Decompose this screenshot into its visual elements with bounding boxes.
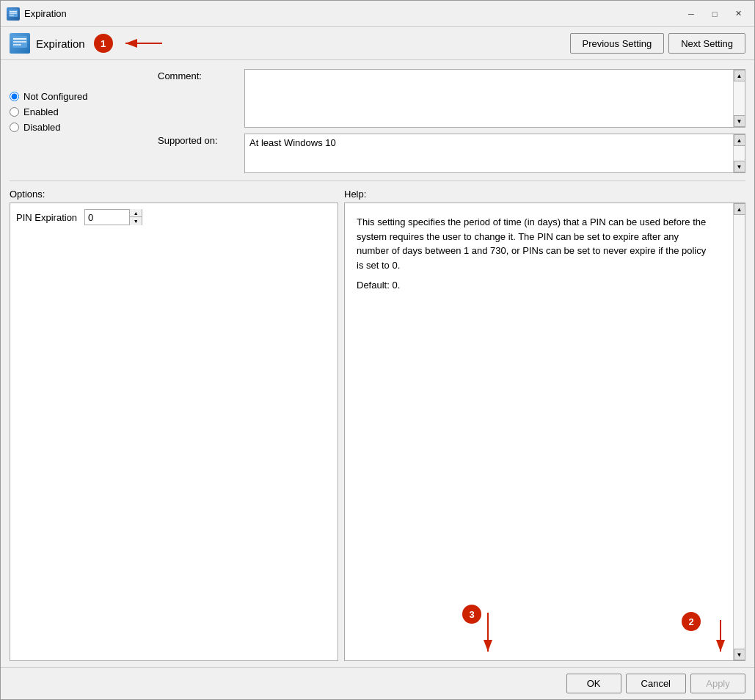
divider bbox=[10, 181, 745, 181]
annotation-arrow-1 bbox=[122, 34, 166, 52]
close-button[interactable]: ✕ bbox=[728, 6, 748, 22]
help-scroll-track bbox=[734, 215, 745, 649]
supported-row: Supported on: At least Windows 10 ▲ ▼ bbox=[158, 134, 745, 173]
options-panel: Options: PIN Expiration ▲ ▼ bbox=[10, 189, 338, 661]
enabled-option[interactable]: Enabled bbox=[10, 106, 149, 117]
not-configured-option[interactable]: Not Configured bbox=[10, 91, 149, 102]
supported-scrollbox: At least Windows 10 ▲ ▼ bbox=[244, 134, 745, 173]
comment-label: Comment: bbox=[158, 69, 238, 81]
disabled-option[interactable]: Disabled bbox=[10, 122, 149, 133]
title-bar-left: Expiration bbox=[7, 7, 67, 21]
disabled-label: Disabled bbox=[23, 122, 61, 133]
pin-expiration-row: PIN Expiration ▲ ▼ bbox=[10, 203, 338, 231]
supported-scrollbar: ▲ ▼ bbox=[733, 134, 745, 172]
previous-setting-button[interactable]: Previous Setting bbox=[570, 33, 665, 54]
help-scrollbar: ▲ ▼ bbox=[733, 203, 745, 660]
annotation-badge-1: 1 bbox=[94, 34, 113, 53]
comment-scrollbox: ▲ ▼ bbox=[244, 69, 745, 128]
radio-section: Not Configured Enabled Disabled bbox=[10, 69, 149, 173]
header-buttons: Previous Setting Next Setting bbox=[570, 33, 746, 54]
svg-rect-1 bbox=[10, 11, 17, 12]
annotation-2-wrapper: 2 bbox=[682, 612, 701, 631]
cancel-button[interactable]: Cancel bbox=[626, 674, 686, 693]
help-scroll-down[interactable]: ▼ bbox=[734, 649, 745, 660]
right-form: Comment: ▲ ▼ Supported on: bbox=[158, 69, 745, 173]
top-form: Not Configured Enabled Disabled Comment: bbox=[10, 69, 745, 173]
pin-expiration-label: PIN Expiration bbox=[16, 212, 77, 223]
comment-scroll-down[interactable]: ▼ bbox=[734, 115, 745, 127]
spin-up-arrow[interactable]: ▲ bbox=[130, 209, 142, 217]
main-content: Not Configured Enabled Disabled Comment: bbox=[1, 60, 754, 667]
supported-scroll-track bbox=[734, 146, 745, 161]
header-section: Expiration 1 Previous Setting Next Setti… bbox=[1, 27, 754, 60]
supported-scroll-up[interactable]: ▲ bbox=[734, 134, 745, 146]
maximize-button[interactable]: □ bbox=[704, 6, 725, 22]
comment-textarea[interactable] bbox=[245, 70, 732, 125]
spin-box: ▲ ▼ bbox=[84, 209, 142, 225]
pin-expiration-input[interactable] bbox=[85, 210, 129, 225]
help-box: This setting specifies the period of tim… bbox=[344, 203, 745, 661]
main-window: Expiration ─ □ ✕ Expiration 1 bbox=[0, 0, 755, 700]
svg-rect-2 bbox=[10, 12, 17, 14]
help-text: This setting specifies the period of tim… bbox=[351, 209, 729, 278]
svg-rect-6 bbox=[13, 41, 26, 43]
not-configured-radio[interactable] bbox=[10, 92, 19, 101]
comment-scrollbar: ▲ ▼ bbox=[733, 70, 745, 127]
footer: OK Cancel Apply bbox=[1, 667, 754, 699]
not-configured-label: Not Configured bbox=[23, 91, 87, 102]
enabled-label: Enabled bbox=[23, 106, 59, 117]
supported-label: Supported on: bbox=[158, 134, 238, 146]
supported-box-wrapper: At least Windows 10 ▲ ▼ bbox=[244, 134, 745, 173]
next-setting-button[interactable]: Next Setting bbox=[668, 33, 745, 54]
annotation-arrow-3 bbox=[477, 609, 514, 660]
header-left: Expiration 1 bbox=[10, 33, 166, 54]
header-title: Expiration bbox=[36, 37, 85, 50]
supported-scroll-down[interactable]: ▼ bbox=[734, 161, 745, 172]
help-default: Default: 0. bbox=[351, 278, 729, 299]
spin-down-arrow[interactable]: ▼ bbox=[130, 217, 142, 225]
svg-rect-3 bbox=[10, 15, 14, 16]
sections-row: Options: PIN Expiration ▲ ▼ bbox=[10, 189, 745, 661]
apply-button[interactable]: Apply bbox=[690, 674, 745, 693]
options-box: PIN Expiration ▲ ▼ bbox=[10, 203, 338, 661]
svg-rect-5 bbox=[13, 38, 26, 40]
options-label: Options: bbox=[10, 189, 338, 200]
comment-row: Comment: ▲ ▼ bbox=[158, 69, 745, 128]
help-scroll-up[interactable]: ▲ bbox=[734, 203, 745, 215]
window-title: Expiration bbox=[24, 8, 67, 19]
disabled-radio[interactable] bbox=[10, 123, 19, 132]
annotation-badge-2: 2 bbox=[682, 612, 701, 631]
help-label: Help: bbox=[344, 189, 745, 200]
title-bar: Expiration ─ □ ✕ bbox=[1, 1, 754, 27]
header-icon bbox=[10, 33, 30, 54]
help-content: This setting specifies the period of tim… bbox=[345, 203, 745, 305]
title-bar-controls: ─ □ ✕ bbox=[681, 6, 748, 22]
enabled-radio[interactable] bbox=[10, 107, 19, 117]
supported-value: At least Windows 10 bbox=[245, 134, 745, 151]
comment-scroll-track bbox=[734, 81, 745, 115]
minimize-button[interactable]: ─ bbox=[681, 6, 701, 22]
window-icon bbox=[7, 7, 20, 21]
spin-arrows: ▲ ▼ bbox=[129, 209, 142, 225]
annotation-badge-3: 3 bbox=[462, 605, 481, 624]
comment-scroll-up[interactable]: ▲ bbox=[734, 70, 745, 81]
comment-box-wrapper: ▲ ▼ bbox=[244, 69, 745, 128]
annotation-3-wrapper: 3 bbox=[462, 605, 481, 624]
ok-button[interactable]: OK bbox=[566, 674, 621, 693]
svg-rect-7 bbox=[13, 44, 21, 45]
help-panel: Help: This setting specifies the period … bbox=[344, 189, 745, 661]
